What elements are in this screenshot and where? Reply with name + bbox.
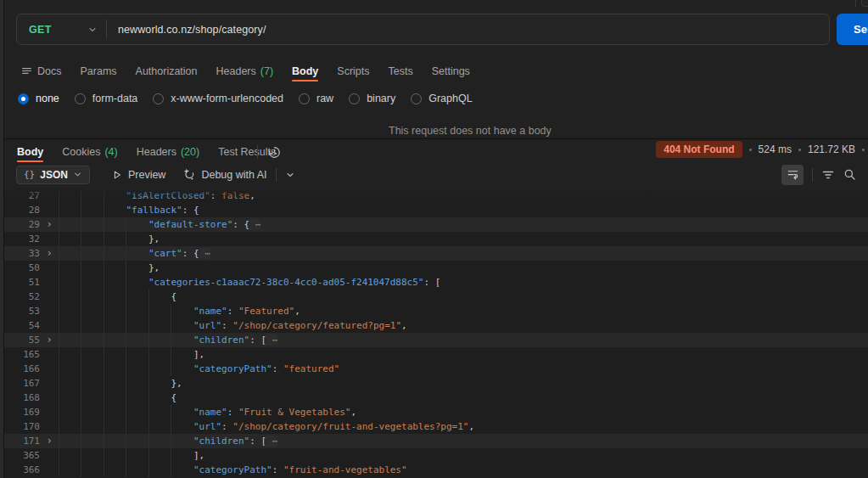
fold-chevron-icon[interactable]: › — [40, 246, 59, 261]
request-tab[interactable]: Body — [292, 60, 318, 82]
format-dropdown[interactable]: {} JSON — [16, 166, 90, 184]
line-number: 366 — [0, 463, 40, 477]
request-tab[interactable]: Settings — [432, 60, 470, 82]
code-line: 32 }, — [0, 232, 868, 246]
divider — [276, 168, 277, 182]
fold-chevron-icon[interactable] — [40, 318, 59, 333]
code-line-content: "url": "/shop/category/featured?pg=1", — [59, 318, 868, 333]
code-line-content: "categoryPath": "fruit-and-vegetables" — [59, 463, 868, 477]
search-icon[interactable] — [843, 168, 856, 181]
send-button[interactable]: Send — [837, 14, 868, 45]
fold-chevron-icon[interactable]: › — [40, 434, 59, 448]
code-line: 51 "categories-c1aaac72-38c0-4cc0-ad05-f… — [0, 275, 868, 290]
code-line-content: "name": "Fruit & Vegetables", — [59, 405, 868, 419]
url-input[interactable]: newworld.co.nz/shop/category/ — [118, 24, 829, 36]
code-line-content: "children": [ ⋯ — [59, 333, 868, 347]
request-tabs: Docs Params Authorization Headers (7) Bo… — [21, 60, 470, 82]
code-line-content: "fallback": { — [59, 203, 868, 217]
fold-chevron-icon[interactable] — [40, 376, 59, 391]
code-line: 168 { — [0, 391, 868, 405]
line-number: 169 — [0, 405, 40, 419]
request-tab-label: Docs — [37, 65, 61, 77]
line-number: 52 — [0, 290, 40, 304]
line-number: 167 — [0, 376, 40, 391]
line-number: 168 — [0, 391, 40, 405]
braces-icon: {} — [24, 169, 35, 180]
line-number: 365 — [0, 448, 40, 463]
body-type-label: form-data — [92, 93, 138, 104]
request-tab-label: Headers — [216, 65, 256, 77]
response-history-button[interactable] — [267, 145, 282, 160]
line-number: 53 — [0, 304, 40, 318]
body-type-label: x-www-form-urlencoded — [171, 93, 283, 104]
preview-button[interactable]: Preview — [112, 169, 165, 181]
request-tab[interactable]: Params — [80, 60, 116, 82]
fold-chevron-icon[interactable] — [40, 275, 59, 290]
body-type-label: none — [36, 93, 59, 104]
dot-separator — [862, 149, 865, 151]
response-tab[interactable]: Headers (20) — [137, 142, 199, 162]
code-line-content: "default-store": { ⋯ — [59, 217, 868, 232]
fold-chevron-icon[interactable]: › — [40, 217, 59, 232]
debug-with-ai-button[interactable]: Debug with AI — [182, 168, 266, 181]
fold-chevron-icon[interactable] — [40, 290, 59, 304]
code-line-content: ], — [59, 347, 868, 362]
fold-chevron-icon[interactable] — [40, 347, 59, 362]
dot-separator — [798, 149, 801, 151]
response-tab-label: Cookies — [62, 146, 100, 158]
body-type-radio[interactable]: raw — [299, 93, 333, 104]
line-number: 29 — [0, 217, 40, 232]
request-tab-label: Authorization — [136, 65, 198, 77]
request-tab[interactable]: Scripts — [337, 60, 369, 82]
radio-icon — [349, 93, 360, 104]
code-line-content: "categoryPath": "featured" — [59, 362, 868, 376]
response-tab-label: Headers — [137, 146, 176, 158]
code-line: 50 }, — [0, 261, 868, 275]
line-number: 54 — [0, 318, 40, 333]
play-icon — [112, 170, 122, 180]
fold-chevron-icon[interactable] — [40, 405, 59, 419]
radio-icon — [18, 93, 29, 104]
fold-chevron-icon[interactable] — [40, 419, 59, 434]
body-type-radio[interactable]: form-data — [75, 93, 138, 104]
corner-fragment — [861, 0, 868, 7]
body-type-radio[interactable]: binary — [349, 93, 395, 104]
fold-chevron-icon[interactable] — [40, 304, 59, 318]
body-type-radio[interactable]: none — [18, 93, 59, 104]
code-line: 167 }, — [0, 376, 868, 391]
docs-icon — [21, 65, 32, 76]
fold-chevron-icon[interactable] — [40, 463, 59, 477]
request-tab[interactable]: Docs — [21, 60, 61, 82]
wrap-text-button[interactable] — [781, 165, 804, 185]
body-type-radio[interactable]: GraphQL — [411, 93, 472, 104]
request-tab[interactable]: Tests — [389, 60, 413, 82]
code-line: 53 "name": "Featured", — [0, 304, 868, 318]
fold-chevron-icon[interactable] — [40, 188, 59, 203]
debug-ai-label: Debug with AI — [201, 169, 266, 181]
fold-chevron-icon[interactable] — [40, 232, 59, 246]
response-tabs-extra — [257, 142, 282, 162]
fold-chevron-icon[interactable] — [40, 391, 59, 405]
response-tab[interactable]: Body — [17, 142, 43, 162]
line-number: 51 — [0, 275, 40, 290]
fold-chevron-icon[interactable] — [40, 448, 59, 463]
line-number: 50 — [0, 261, 40, 275]
code-line-content: "isAlertClosed": false, — [59, 188, 868, 203]
request-tab-label: Tests — [389, 65, 413, 77]
fold-chevron-icon[interactable] — [40, 203, 59, 217]
response-body-json: 27 "isAlertClosed": false, 28 "fallback"… — [0, 188, 868, 478]
request-tab-label: Params — [80, 65, 116, 77]
response-tab[interactable]: Cookies (4) — [62, 142, 117, 162]
fold-chevron-icon[interactable]: › — [40, 333, 59, 347]
code-line: 365 ], — [0, 448, 868, 463]
body-type-radio[interactable]: x-www-form-urlencoded — [153, 93, 283, 104]
request-tab[interactable]: Headers (7) — [216, 60, 274, 82]
code-line: 166 "categoryPath": "featured" — [0, 362, 868, 376]
request-tab[interactable]: Authorization — [136, 60, 198, 82]
fold-chevron-icon[interactable] — [40, 362, 59, 376]
debug-more-chevron[interactable] — [285, 170, 295, 180]
fold-chevron-icon[interactable] — [40, 261, 59, 275]
code-line-content: "url": "/shop/category/fruit-and-vegetab… — [59, 419, 868, 434]
filter-icon[interactable] — [821, 168, 835, 182]
method-dropdown[interactable]: GET — [17, 14, 106, 44]
